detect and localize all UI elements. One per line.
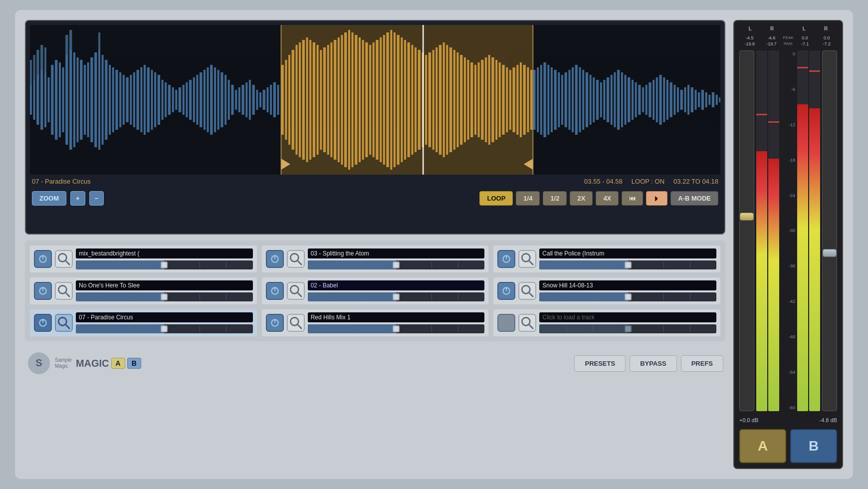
presets-button[interactable]: PRESETS: [574, 355, 626, 372]
prefs-button[interactable]: PREFS: [681, 355, 723, 372]
zoom-button[interactable]: ZOOM: [32, 191, 66, 206]
svg-rect-130: [44, 47, 46, 72]
prev-button[interactable]: ⏮: [622, 191, 643, 206]
svg-rect-33: [144, 65, 146, 135]
track-6-power-button[interactable]: [497, 282, 515, 300]
meter-bar-b-right: [809, 50, 820, 411]
track-8-power-button[interactable]: [266, 314, 284, 332]
svg-line-239: [66, 325, 70, 329]
track-2-name[interactable]: 03 - Splitting the Atom: [308, 248, 485, 258]
svg-rect-201: [512, 67, 515, 132]
track-7-search-button[interactable]: [55, 314, 73, 332]
svg-rect-82: [569, 70, 571, 130]
svg-rect-132: [69, 30, 72, 50]
svg-rect-65: [256, 90, 258, 110]
half-button[interactable]: 1/2: [543, 191, 567, 206]
play-button[interactable]: ⏵: [646, 191, 667, 206]
loop-button[interactable]: LOOP: [479, 191, 513, 206]
zoom-in-button[interactable]: +: [70, 191, 85, 206]
quarter-button[interactable]: 1/4: [516, 191, 540, 206]
svg-rect-18: [90, 57, 93, 142]
track-4-name[interactable]: No One's Here To Slee: [76, 280, 253, 290]
svg-rect-39: [165, 82, 167, 117]
track-9-slider[interactable]: [539, 324, 716, 333]
transport-controls: LOOP 1/4 1/2 2X 4X ⏮ ⏵ A-B MODE: [479, 191, 718, 206]
svg-rect-179: [435, 47, 437, 152]
track-3-power-button[interactable]: [497, 250, 515, 268]
track-row: Snow Hill 14-08-13: [493, 277, 720, 304]
svg-rect-193: [485, 57, 487, 142]
svg-rect-73: [537, 67, 539, 132]
track-2-slider[interactable]: [308, 260, 485, 269]
meter-db-labels: +0.0 dB -4.8 dB: [739, 415, 837, 425]
power-icon: [270, 254, 280, 264]
svg-rect-151: [338, 37, 340, 162]
track-1-search-button[interactable]: [55, 250, 73, 268]
svg-rect-85: [579, 67, 581, 132]
svg-rect-111: [670, 82, 672, 117]
svg-rect-103: [642, 87, 644, 112]
track-6-slider[interactable]: [539, 292, 716, 301]
svg-rect-91: [600, 82, 602, 117]
track-6-name[interactable]: Snow Hill 14-08-13: [539, 280, 716, 290]
ab-mode-button[interactable]: A-B MODE: [670, 191, 718, 206]
track-9-name[interactable]: Click to load a track: [539, 312, 716, 322]
track-8-slider[interactable]: [308, 324, 485, 333]
loop-time-display: 03.55 - 04.58 LOOP : ON 03.22 TO 04.18: [584, 178, 718, 185]
track-5-search-button[interactable]: [287, 282, 305, 300]
track-9-power-button[interactable]: [497, 314, 515, 332]
meter-a-bars: [756, 50, 779, 411]
svg-point-246: [522, 317, 530, 325]
svg-point-242: [290, 317, 298, 325]
track-9-search-button[interactable]: [518, 314, 536, 332]
svg-rect-172: [411, 45, 413, 155]
track-7-power-button[interactable]: [34, 314, 52, 332]
svg-rect-178: [433, 50, 434, 150]
svg-rect-50: [204, 70, 206, 130]
track-3-search-button[interactable]: [518, 250, 536, 268]
svg-rect-14: [77, 57, 79, 142]
track-5-name[interactable]: 02 - Babel: [308, 280, 485, 290]
2x-button[interactable]: 2X: [570, 191, 593, 206]
svg-rect-24: [112, 67, 114, 132]
track-3-name[interactable]: Call the Police (Instrum: [539, 248, 716, 258]
track-7-slider[interactable]: [76, 324, 253, 333]
zoom-out-button[interactable]: −: [89, 191, 104, 206]
meter-b-bars: [797, 50, 820, 411]
svg-rect-68: [267, 87, 269, 112]
svg-rect-108: [659, 75, 661, 125]
track-4-power-button[interactable]: [34, 282, 52, 300]
meter-left-slider[interactable]: [739, 50, 754, 411]
track-1-slider[interactable]: [76, 260, 253, 269]
track-6-search-button[interactable]: [518, 282, 536, 300]
waveform-canvas[interactable]: [30, 25, 720, 175]
track-8-search-button[interactable]: [287, 314, 305, 332]
track-5-slider[interactable]: [308, 292, 485, 301]
track-2-power-button[interactable]: [266, 250, 284, 268]
meter-right-slider[interactable]: [822, 50, 837, 411]
svg-point-238: [58, 317, 66, 325]
track-1-name[interactable]: mix_bestandbrightest (: [76, 248, 253, 258]
svg-rect-87: [586, 72, 588, 127]
a-button[interactable]: A: [739, 429, 786, 463]
bypass-button[interactable]: BYPASS: [630, 355, 677, 372]
track-4-slider[interactable]: [76, 292, 253, 301]
svg-rect-63: [249, 80, 251, 120]
track-1-power-button[interactable]: [34, 250, 52, 268]
track-5-power-button[interactable]: [266, 282, 284, 300]
4x-button[interactable]: 4X: [596, 191, 619, 206]
track-5-info: 02 - Babel: [308, 280, 485, 301]
svg-rect-64: [252, 85, 255, 115]
svg-rect-70: [273, 82, 276, 117]
track-8-name[interactable]: Red Hills Mix 1: [308, 312, 485, 322]
b-button[interactable]: B: [790, 429, 837, 463]
svg-rect-144: [313, 42, 315, 157]
svg-rect-2: [33, 80, 35, 120]
track-2-search-button[interactable]: [287, 250, 305, 268]
track-3-slider[interactable]: [539, 260, 716, 269]
svg-line-219: [298, 261, 302, 265]
svg-rect-150: [334, 40, 336, 160]
track-7-name[interactable]: 07 - Paradise Circus: [76, 312, 253, 322]
track-4-search-button[interactable]: [55, 282, 73, 300]
svg-rect-162: [376, 40, 378, 160]
